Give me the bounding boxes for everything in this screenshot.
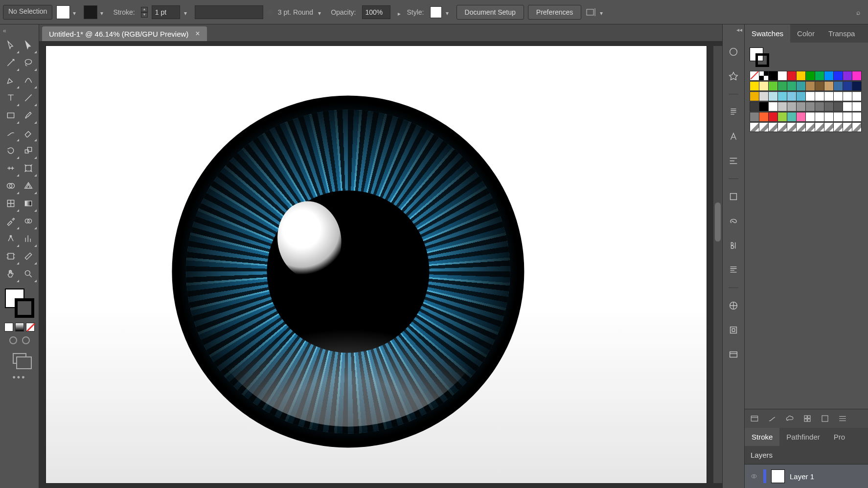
tab-properties[interactable]: Pro xyxy=(827,428,852,446)
swatch[interactable] xyxy=(777,102,787,111)
glyphs-panel-icon[interactable] xyxy=(727,239,740,252)
curvature-tool[interactable] xyxy=(20,71,37,89)
swatch[interactable] xyxy=(768,112,778,122)
swatch[interactable] xyxy=(777,91,787,101)
color-guide-panel-icon[interactable] xyxy=(727,299,740,312)
brushes-icon[interactable] xyxy=(767,414,777,423)
character-panel-icon[interactable] xyxy=(727,130,740,143)
swatch[interactable] xyxy=(759,91,769,101)
selection-tool[interactable] xyxy=(2,36,20,54)
swatch[interactable] xyxy=(796,71,806,81)
swatch[interactable] xyxy=(750,91,759,101)
layer-name[interactable]: Layer 1 xyxy=(790,472,814,481)
visibility-icon[interactable] xyxy=(750,473,758,480)
swatch[interactable] xyxy=(805,102,815,111)
swatch[interactable] xyxy=(843,71,852,81)
search-icon[interactable]: ⌕ xyxy=(856,8,865,16)
width-tool[interactable] xyxy=(2,159,20,177)
screen-mode-icon[interactable] xyxy=(13,353,26,364)
shape-builder-tool[interactable] xyxy=(2,177,20,195)
swatch[interactable] xyxy=(824,112,834,122)
swatch[interactable] xyxy=(759,122,769,132)
blend-tool[interactable] xyxy=(20,212,37,230)
swatch[interactable] xyxy=(777,112,787,122)
document-tab[interactable]: Untitled-1* @ 46.14% (RGB/GPU Preview) × xyxy=(42,26,207,41)
paragraph-styles-panel-icon[interactable] xyxy=(727,263,740,277)
swatch[interactable] xyxy=(750,112,759,122)
perspective-grid-tool[interactable] xyxy=(20,177,37,195)
swatch[interactable] xyxy=(805,71,815,81)
swatch[interactable] xyxy=(787,71,797,81)
tab-stroke[interactable]: Stroke xyxy=(745,428,779,446)
swatch[interactable] xyxy=(787,122,797,132)
swatch[interactable] xyxy=(787,102,797,111)
swatch[interactable] xyxy=(796,102,806,111)
swatch[interactable] xyxy=(768,71,778,81)
transform-panel-icon[interactable] xyxy=(727,190,740,203)
swatch[interactable] xyxy=(787,91,797,101)
stroke-weight-stepper[interactable]: ▴▾ xyxy=(141,7,148,18)
zoom-tool[interactable] xyxy=(20,265,37,283)
chevron-down-icon[interactable] xyxy=(100,9,107,16)
asset-export-panel-icon[interactable] xyxy=(727,323,740,337)
eyedropper-tool[interactable] xyxy=(2,212,20,230)
artboard[interactable] xyxy=(46,46,707,483)
chevron-down-icon[interactable] xyxy=(446,9,453,16)
draw-behind-icon[interactable] xyxy=(22,336,30,344)
paragraph-panel-icon[interactable] xyxy=(727,105,740,119)
scale-tool[interactable] xyxy=(20,142,37,159)
vertical-scrollbar[interactable] xyxy=(713,46,722,483)
swatch[interactable] xyxy=(759,81,769,91)
direct-selection-tool[interactable] xyxy=(20,36,37,54)
swatch[interactable] xyxy=(768,122,778,132)
magic-wand-tool[interactable] xyxy=(2,54,20,71)
style-swatch[interactable] xyxy=(430,6,442,18)
swatch[interactable] xyxy=(759,112,769,122)
swatch[interactable] xyxy=(805,81,815,91)
panel-fill-stroke[interactable] xyxy=(750,47,769,67)
color-mode-solid[interactable] xyxy=(4,323,13,332)
line-segment-tool[interactable] xyxy=(20,89,37,107)
tab-pathfinder[interactable]: Pathfinder xyxy=(779,428,826,446)
swatch[interactable] xyxy=(852,91,862,101)
mesh-tool[interactable] xyxy=(2,195,20,212)
chevron-down-icon[interactable] xyxy=(600,9,607,16)
swatches-icon[interactable] xyxy=(802,414,812,423)
swatch[interactable] xyxy=(815,91,824,101)
symbols-icon2[interactable] xyxy=(820,414,830,423)
swatch[interactable] xyxy=(796,91,806,101)
swatch[interactable] xyxy=(759,102,769,111)
artboard-tool[interactable] xyxy=(2,247,20,265)
document-setup-button[interactable]: Document Setup xyxy=(457,5,524,20)
swatch[interactable] xyxy=(796,81,806,91)
tab-color[interactable]: Color xyxy=(790,24,822,43)
free-transform-tool[interactable] xyxy=(20,159,37,177)
swatch[interactable] xyxy=(805,122,815,132)
swatch[interactable] xyxy=(843,81,852,91)
brush-profile-label[interactable]: 3 pt. Round xyxy=(276,8,315,16)
type-tool[interactable] xyxy=(2,89,20,107)
rotate-tool[interactable] xyxy=(2,142,20,159)
draw-normal-icon[interactable] xyxy=(9,336,17,344)
cloud-icon[interactable] xyxy=(785,414,795,423)
collapse-icon[interactable]: ◂◂ xyxy=(736,26,742,33)
swatch[interactable] xyxy=(843,91,852,101)
appearance-panel-icon[interactable] xyxy=(727,45,740,59)
swatch[interactable] xyxy=(833,81,843,91)
color-mode-none[interactable] xyxy=(26,323,35,332)
chevron-down-icon[interactable] xyxy=(318,9,325,16)
swatch[interactable] xyxy=(777,71,787,81)
edit-toolbar-icon[interactable]: ••• xyxy=(13,373,26,383)
swatch[interactable] xyxy=(843,102,852,111)
swatch[interactable] xyxy=(787,81,797,91)
chevron-down-icon[interactable] xyxy=(73,9,80,16)
swatch[interactable] xyxy=(824,81,834,91)
swatch[interactable] xyxy=(750,122,759,132)
more-icon[interactable] xyxy=(838,414,847,423)
swatch[interactable] xyxy=(805,91,815,101)
tab-transparency[interactable]: Transpa xyxy=(822,24,862,43)
swatch[interactable] xyxy=(805,112,815,122)
graphic-styles-panel-icon[interactable] xyxy=(727,69,740,83)
swatch[interactable] xyxy=(852,71,862,81)
swatch[interactable] xyxy=(768,91,778,101)
